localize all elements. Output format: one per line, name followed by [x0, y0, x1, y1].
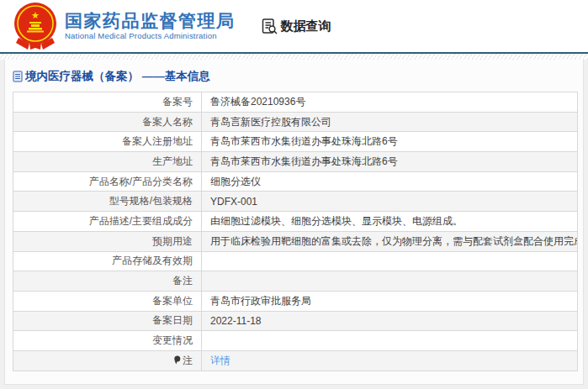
data-query-icon: [261, 18, 278, 35]
agency-title: 国家药品监督管理局: [65, 12, 236, 30]
field-label-text: 备案日期: [152, 314, 193, 326]
table-row: 产品描述/主要组成成分 由细胞过滤模块、细胞分选模块、显示模块、电源组成。: [13, 212, 578, 232]
field-value: [202, 331, 578, 351]
detail-link[interactable]: 详情: [210, 355, 230, 366]
field-label: 备案号: [13, 92, 202, 113]
table-row: 备案人注册地址 青岛市莱西市水集街道办事处珠海北路6号: [13, 132, 578, 152]
document-icon: [13, 71, 23, 82]
agency-title-block: 国家药品监督管理局 National Medical Products Admi…: [65, 12, 236, 40]
agency-subtitle: National Medical Products Administration: [65, 32, 236, 40]
field-value-text: 青岛市莱西市水集街道办事处珠海北路6号: [210, 155, 398, 167]
field-label: 备案日期: [13, 311, 202, 331]
table-row: 备案人名称 青岛言新医疗控股有限公司: [13, 112, 578, 132]
info-table-body: 备案号 鲁济械备20210936号 备案人名称 青岛言新医疗控股有限公司: [13, 92, 578, 371]
app-header: ★ 国家药品监督管理局 National Medical Products Ad…: [0, 0, 588, 52]
table-row: 备案日期 2022-11-18: [13, 311, 578, 331]
nav-data-query[interactable]: 数据查询: [261, 18, 331, 35]
table-row: 备注: [13, 271, 578, 292]
field-label-text: 产品存储及有效期: [112, 255, 193, 266]
field-label-text: 注: [183, 355, 193, 366]
table-row: 生产地址 青岛市莱西市水集街道办事处珠海北路6号: [13, 152, 578, 172]
section-header: 境内医疗器械（备案） ——基本信息: [13, 70, 576, 83]
section-title: 境内医疗器械（备案） ——基本信息: [25, 69, 210, 84]
field-value: [202, 271, 578, 292]
field-label-text: 备案人注册地址: [122, 135, 193, 147]
field-label: 型号规格/包装规格: [13, 192, 202, 212]
field-value: 由细胞过滤模块、细胞分选模块、显示模块、电源组成。: [202, 212, 578, 232]
field-label-text: 备案人名称: [142, 116, 193, 128]
field-label-text: 生产地址: [152, 155, 193, 167]
content-panel: 境内医疗器械（备案） ——基本信息 备案号 鲁济械备20210936号 备案人名…: [4, 60, 584, 385]
table-row: 产品存储及有效期: [13, 251, 578, 271]
field-label: 产品描述/主要组成成分: [13, 212, 202, 232]
field-value: [202, 251, 578, 271]
field-value: 青岛市莱西市水集街道办事处珠海北路6号: [202, 132, 578, 152]
field-label: 产品存储及有效期: [13, 251, 202, 271]
table-row: 注 详情: [13, 350, 578, 371]
field-value: 青岛言新医疗控股有限公司: [202, 112, 578, 132]
note-pin-icon: [173, 355, 181, 365]
field-value: 详情: [202, 350, 578, 371]
field-label: 备案人名称: [13, 112, 202, 132]
field-label-text: 变更情况: [152, 334, 193, 346]
field-value: 细胞分选仪: [202, 171, 578, 192]
field-value-text: 细胞分选仪: [210, 176, 261, 187]
field-label-text: 产品名称/产品分类名称: [89, 176, 193, 187]
national-emblem-icon: ★: [13, 2, 57, 50]
table-row: 产品名称/产品分类名称 细胞分选仪: [13, 171, 578, 192]
field-value-text: 用于临床检验用靶细胞的富集或去除，仅为物理分离，需与配套试剂盒配合使用完成临床检…: [210, 235, 578, 247]
nav-data-query-label: 数据查询: [281, 18, 331, 34]
field-label: 注: [13, 350, 202, 371]
table-row: 型号规格/包装规格 YDFX-001: [13, 192, 578, 212]
field-label: 预期用途: [13, 231, 202, 251]
table-row: 预期用途 用于临床检验用靶细胞的富集或去除，仅为物理分离，需与配套试剂盒配合使用…: [13, 231, 578, 251]
field-label-text: 备案号: [162, 96, 193, 108]
field-value-text: YDFX-001: [210, 196, 257, 208]
info-table: 备案号 鲁济械备20210936号 备案人名称 青岛言新医疗控股有限公司: [13, 92, 578, 371]
field-value: 青岛市莱西市水集街道办事处珠海北路6号: [202, 152, 578, 172]
field-value: 用于临床检验用靶细胞的富集或去除，仅为物理分离，需与配套试剂盒配合使用完成临床检…: [202, 231, 578, 251]
table-row: 变更情况: [13, 331, 578, 351]
table-row: 备案号 鲁济械备20210936号: [13, 92, 578, 113]
field-value-text: 青岛言新医疗控股有限公司: [210, 116, 331, 128]
field-value-text: 青岛市莱西市水集街道办事处珠海北路6号: [210, 135, 398, 147]
field-label: 产品名称/产品分类名称: [13, 171, 202, 192]
hatch-band: [0, 54, 588, 60]
field-label-text: 备案单位: [152, 295, 193, 307]
field-label-text: 型号规格/包装规格: [109, 195, 193, 207]
field-label-text: 预期用途: [152, 235, 193, 247]
field-label: 备案单位: [13, 291, 202, 311]
field-label-text: 备注: [172, 275, 193, 286]
field-value-text: 鲁济械备20210936号: [210, 96, 305, 108]
field-value-text: 青岛市行政审批服务局: [210, 295, 311, 307]
field-value: YDFX-001: [202, 192, 578, 212]
field-value: 鲁济械备20210936号: [202, 92, 578, 113]
svg-text:★: ★: [31, 10, 40, 20]
field-label: 变更情况: [13, 331, 202, 351]
field-label: 备注: [13, 271, 202, 292]
table-row: 备案单位 青岛市行政审批服务局: [13, 291, 578, 311]
field-label: 备案人注册地址: [13, 132, 202, 152]
field-value-text: 2022-11-18: [210, 315, 262, 327]
field-label-text: 产品描述/主要组成成分: [89, 215, 193, 227]
field-value-text: 由细胞过滤模块、细胞分选模块、显示模块、电源组成。: [210, 215, 463, 227]
field-value: 青岛市行政审批服务局: [202, 291, 578, 311]
field-label: 生产地址: [13, 152, 202, 172]
field-value: 2022-11-18: [202, 311, 578, 331]
